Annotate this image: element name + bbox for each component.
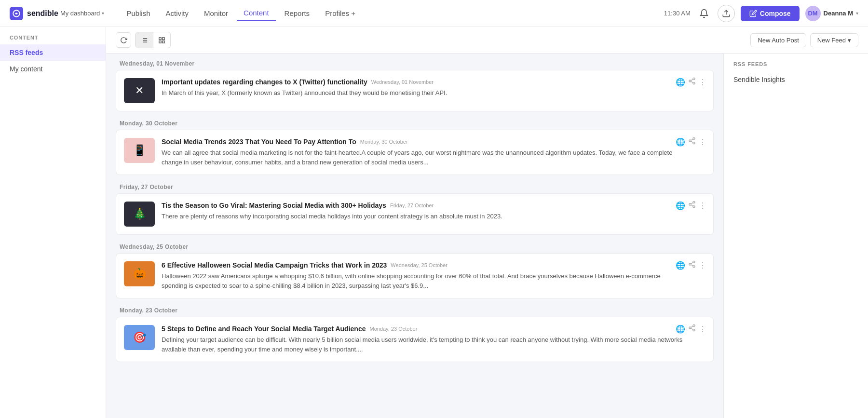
svg-point-28 (689, 263, 691, 265)
more-icon[interactable]: ⋮ (699, 137, 706, 147)
nav-profiles[interactable]: Profiles + (318, 6, 362, 20)
more-icon[interactable]: ⋮ (699, 78, 706, 87)
share-icon[interactable] (688, 260, 696, 270)
thumb-icon-5: 🎯 (133, 331, 146, 344)
compose-button[interactable]: Compose (741, 6, 800, 21)
avatar: DM (805, 6, 821, 21)
more-icon[interactable]: ⋮ (699, 324, 706, 334)
svg-line-21 (691, 139, 693, 140)
user-chevron-icon: ▾ (856, 11, 858, 16)
svg-point-13 (689, 80, 691, 82)
refresh-button[interactable] (116, 32, 131, 48)
article-text-4: Halloween 2022 saw Americans splurge a w… (162, 271, 686, 290)
svg-line-36 (691, 326, 693, 327)
article-actions-2: 🌐 ⋮ (676, 137, 706, 147)
globe-icon[interactable]: 🌐 (676, 324, 685, 334)
svg-point-12 (693, 78, 695, 80)
nav-activity[interactable]: Activity (159, 6, 196, 20)
globe-icon[interactable]: 🌐 (676, 78, 685, 87)
article-actions-5: 🌐 ⋮ (676, 324, 706, 334)
svg-point-33 (689, 327, 691, 329)
date-section-3: Friday, 27 October 🎄 Tis the Season to G… (106, 177, 723, 235)
svg-rect-8 (159, 37, 161, 39)
article-text-1: In March of this year, X (formerly known… (162, 88, 686, 98)
article-thumbnail-2: 📱 (124, 138, 155, 163)
compose-icon (749, 10, 757, 17)
logo: sendible (10, 7, 58, 20)
article-body-4: 6 Effective Halloween Social Media Campa… (162, 261, 686, 290)
content-toolbar: New Auto Post New Feed ▾ (106, 27, 868, 54)
nav-content[interactable]: Content (237, 6, 276, 21)
article-body-3: Tis the Season to Go Viral: Mastering So… (162, 202, 686, 227)
rss-feed-item-sendible-insights[interactable]: Sendible Insights (724, 71, 868, 88)
sidebar-section-label: CONTENT (0, 27, 106, 44)
article-body-5: 5 Steps to Define and Reach Your Social … (162, 325, 686, 354)
thumb-icon-1: ✕ (135, 84, 144, 97)
svg-point-27 (693, 261, 695, 263)
nav-monitor[interactable]: Monitor (197, 6, 235, 20)
new-feed-chevron-icon: ▾ (848, 37, 851, 44)
svg-rect-11 (159, 40, 161, 42)
article-title-5: 5 Steps to Define and Reach Your Social … (162, 325, 686, 333)
list-item: 📱 Social Media Trends 2023 That You Need… (116, 130, 714, 175)
article-text-5: Defining your target audience can be dif… (162, 335, 686, 354)
share-icon[interactable] (688, 324, 696, 334)
upload-button[interactable] (718, 5, 735, 22)
list-view-button[interactable] (136, 32, 153, 48)
share-icon[interactable] (688, 77, 696, 87)
feed-container: Wednesday, 01 November ✕ Important updat… (106, 54, 868, 418)
share-icon[interactable] (688, 201, 696, 210)
svg-point-34 (693, 329, 695, 331)
svg-point-19 (693, 142, 695, 144)
share-icon[interactable] (688, 137, 696, 147)
nav-reports[interactable]: Reports (278, 6, 317, 20)
svg-line-31 (691, 262, 693, 264)
sidebar: CONTENT RSS feeds My content (0, 27, 106, 418)
sidebar-item-rss-feeds[interactable]: RSS feeds (0, 44, 106, 61)
more-icon[interactable]: ⋮ (699, 261, 706, 270)
svg-point-18 (689, 140, 691, 142)
grid-view-button[interactable] (153, 32, 170, 48)
date-section-1: Wednesday, 01 November ✕ Important updat… (106, 54, 723, 111)
globe-icon[interactable]: 🌐 (676, 201, 685, 210)
article-thumbnail-3: 🎄 (124, 202, 155, 227)
svg-point-14 (693, 82, 695, 84)
view-toggle (135, 32, 171, 48)
article-title-2: Social Media Trends 2023 That You Need T… (162, 138, 686, 146)
new-feed-button[interactable]: New Feed ▾ (810, 33, 858, 47)
list-item: 🎯 5 Steps to Define and Reach Your Socia… (116, 317, 714, 362)
article-actions-3: 🌐 ⋮ (676, 201, 706, 210)
time-display: 11:30 AM (664, 10, 691, 17)
article-text-3: There are plenty of reasons why incorpor… (162, 212, 686, 221)
svg-rect-9 (163, 37, 164, 39)
topbar: sendible My dashboard ▾ Publish Activity… (0, 0, 868, 27)
more-icon[interactable]: ⋮ (699, 201, 706, 210)
globe-icon[interactable]: 🌐 (676, 261, 685, 270)
svg-line-30 (691, 265, 693, 266)
grid-icon (158, 37, 165, 44)
article-actions-4: 🌐 ⋮ (676, 260, 706, 270)
svg-line-16 (691, 79, 693, 81)
nav-publish[interactable]: Publish (120, 6, 157, 20)
dashboard-dropdown[interactable]: sendible My dashboard ▾ (10, 7, 104, 20)
svg-point-32 (693, 324, 695, 326)
article-body-2: Social Media Trends 2023 That You Need T… (162, 138, 686, 167)
new-auto-post-button[interactable]: New Auto Post (750, 33, 806, 47)
bell-icon (699, 9, 709, 18)
date-section-4: Wednesday, 25 October 🎃 6 Effective Hall… (106, 237, 723, 298)
globe-icon[interactable]: 🌐 (676, 137, 685, 147)
right-panel: RSS FEEDS Sendible Insights (723, 54, 868, 418)
list-item: 🎃 6 Effective Halloween Social Media Cam… (116, 253, 714, 298)
date-header-4: Wednesday, 25 October (106, 237, 723, 253)
sidebar-item-my-content[interactable]: My content (0, 61, 106, 77)
svg-point-17 (693, 137, 695, 139)
svg-line-25 (691, 205, 693, 206)
thumb-icon-4: 🎃 (133, 268, 146, 280)
article-title-3: Tis the Season to Go Viral: Mastering So… (162, 202, 686, 209)
refresh-icon (120, 37, 127, 44)
svg-line-15 (691, 81, 693, 83)
article-thumbnail-5: 🎯 (124, 325, 155, 350)
user-profile[interactable]: DM Deanna M ▾ (805, 6, 858, 21)
date-header-2: Monday, 30 October (106, 113, 723, 130)
notifications-button[interactable] (696, 6, 712, 21)
